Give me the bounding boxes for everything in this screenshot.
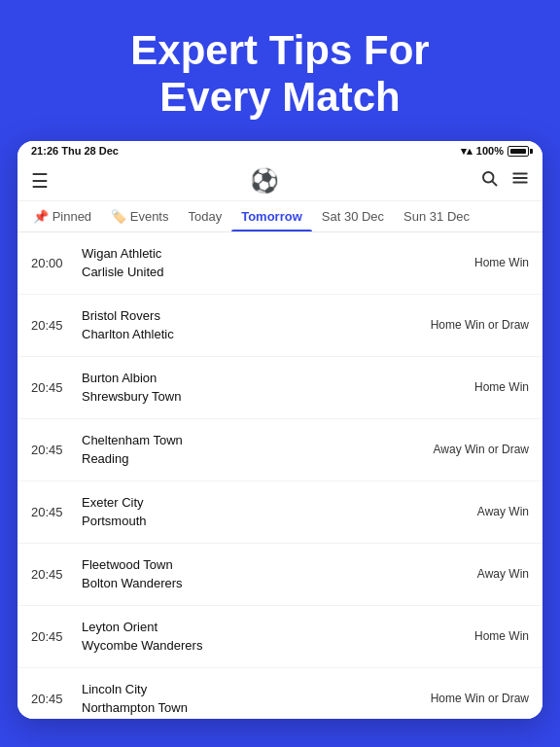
match-teams: Burton AlbionShrewsbury Town	[72, 369, 459, 407]
match-time: 20:45	[31, 567, 72, 582]
match-tip: Home Win or Draw	[431, 691, 529, 706]
search-icon[interactable]	[480, 169, 498, 192]
match-tip: Away Win	[459, 566, 529, 582]
tab-events[interactable]: 🏷️ Events	[101, 201, 178, 231]
match-teams: Exeter CityPortsmouth	[72, 493, 459, 531]
match-tip: Away Win	[459, 504, 529, 519]
match-teams: Cheltenham TownReading	[72, 431, 434, 469]
tab-sun31[interactable]: Sun 31 Dec	[394, 201, 479, 231]
match-tip: Home Win or Draw	[431, 317, 529, 333]
hero-section: Expert Tips For Every Match	[0, 0, 560, 141]
status-right: ▾▴ 100%	[461, 145, 529, 158]
match-time: 20:45	[31, 505, 72, 519]
match-teams: Fleetwood TownBolton Wanderers	[72, 555, 459, 593]
match-tip: Away Win or Draw	[434, 442, 529, 457]
match-team2: Wycombe Wanderers	[82, 636, 449, 656]
match-row[interactable]: 20:45Lincoln CityNorthampton TownHome Wi…	[18, 668, 542, 719]
match-team2: Bolton Wanderers	[82, 574, 449, 593]
match-time: 20:00	[31, 256, 72, 270]
match-time: 20:45	[31, 380, 72, 395]
match-row[interactable]: 20:45Fleetwood TownBolton WanderersAway …	[18, 544, 542, 606]
match-team1: Exeter City	[82, 493, 449, 513]
status-time-date: 21:26 Thu 28 Dec	[31, 145, 119, 157]
svg-line-1	[492, 181, 496, 185]
app-logo: ⚽	[250, 167, 279, 195]
phone-frame: 21:26 Thu 28 Dec ▾▴ 100% ☰ ⚽	[18, 141, 542, 719]
match-tip: Home Win	[459, 628, 529, 644]
tab-sat30[interactable]: Sat 30 Dec	[312, 201, 394, 231]
match-tip: Home Win	[459, 255, 529, 270]
match-time: 20:45	[31, 318, 72, 333]
match-teams: Leyton OrientWycombe Wanderers	[72, 618, 459, 656]
events-icon: 🏷️	[111, 209, 126, 224]
match-row[interactable]: 20:45Bristol RoversCharlton AthleticHome…	[18, 295, 542, 357]
match-row[interactable]: 20:45Leyton OrientWycombe WanderersHome …	[18, 606, 542, 668]
match-time: 20:45	[31, 692, 72, 706]
app-header: ☰ ⚽	[18, 161, 542, 201]
match-tip: Home Win	[459, 379, 529, 395]
match-team1: Lincoln City	[82, 680, 421, 699]
match-team2: Carlisle United	[82, 263, 449, 282]
match-team1: Fleetwood Town	[82, 555, 449, 575]
match-team2: Reading	[82, 449, 424, 469]
wifi-icon: ▾▴	[461, 145, 472, 158]
hamburger-icon[interactable]	[511, 169, 529, 192]
match-teams: Lincoln CityNorthampton Town	[72, 680, 431, 718]
match-teams: Bristol RoversCharlton Athletic	[72, 306, 431, 344]
match-row[interactable]: 20:45Burton AlbionShrewsbury TownHome Wi…	[18, 357, 542, 419]
tab-tomorrow[interactable]: Tomorrow	[231, 201, 312, 231]
match-team1: Wigan Athletic	[82, 244, 449, 264]
tab-pinned[interactable]: 📌 Pinned	[23, 201, 101, 231]
nav-tabs: 📌 Pinned 🏷️ Events Today Tomorrow Sat 30…	[18, 201, 542, 232]
match-time: 20:45	[31, 629, 72, 644]
battery-icon	[508, 146, 529, 157]
match-row[interactable]: 20:00Wigan AthleticCarlisle UnitedHome W…	[18, 232, 542, 295]
tab-today[interactable]: Today	[178, 201, 231, 231]
menu-icon[interactable]: ☰	[31, 169, 49, 193]
match-row[interactable]: 20:45Exeter CityPortsmouthAway Win	[18, 481, 542, 544]
match-time: 20:45	[31, 443, 72, 457]
pin-icon: 📌	[33, 209, 49, 224]
matches-list[interactable]: 20:00Wigan AthleticCarlisle UnitedHome W…	[18, 232, 542, 719]
match-team2: Shrewsbury Town	[82, 387, 449, 407]
header-actions	[480, 169, 529, 192]
match-team1: Leyton Orient	[82, 618, 449, 637]
hero-title: Expert Tips For Every Match	[19, 27, 541, 122]
match-team2: Charlton Athletic	[82, 325, 421, 344]
match-team1: Cheltenham Town	[82, 431, 424, 450]
match-teams: Wigan AthleticCarlisle United	[72, 244, 459, 282]
match-team2: Northampton Town	[82, 698, 421, 718]
battery-percent: 100%	[476, 145, 504, 157]
match-team1: Burton Albion	[82, 369, 449, 388]
match-team2: Portsmouth	[82, 512, 449, 531]
match-team1: Bristol Rovers	[82, 306, 421, 326]
status-bar: 21:26 Thu 28 Dec ▾▴ 100%	[18, 141, 542, 161]
match-row[interactable]: 20:45Cheltenham TownReadingAway Win or D…	[18, 419, 542, 481]
